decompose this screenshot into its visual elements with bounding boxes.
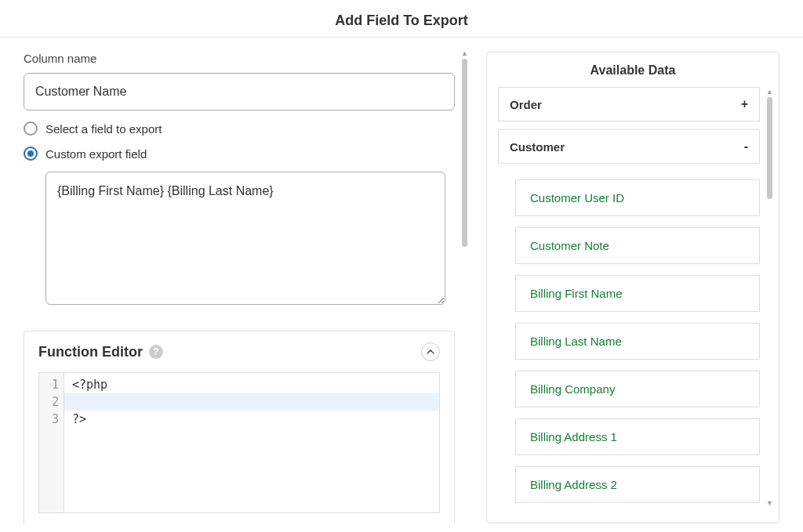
- radio-custom-label: Custom export field: [45, 147, 147, 161]
- field-billing-last-name[interactable]: Billing Last Name: [515, 323, 760, 360]
- radio-select-row[interactable]: Select a field to export: [24, 121, 455, 136]
- left-column: Column name Select a field to export Cus…: [24, 52, 463, 523]
- modal-body: Column name Select a field to export Cus…: [0, 38, 803, 523]
- field-customer-user-id[interactable]: Customer User ID: [515, 179, 760, 216]
- custom-field-textarea[interactable]: {Billing First Name} {Billing Last Name}: [45, 172, 445, 305]
- line-number: 1: [39, 376, 59, 393]
- radio-custom-row[interactable]: Custom export field: [24, 147, 455, 161]
- right-scrollbar[interactable]: ▲ ▼: [767, 89, 772, 507]
- help-icon[interactable]: ?: [149, 345, 163, 359]
- code-content[interactable]: <?php ?>: [64, 373, 439, 512]
- group-order[interactable]: Order +: [498, 87, 760, 121]
- code-gutter: 1 2 3: [39, 373, 64, 512]
- group-customer[interactable]: Customer -: [498, 129, 760, 164]
- group-customer-label: Customer: [510, 140, 565, 154]
- line-number: 2: [39, 393, 59, 411]
- field-billing-first-name[interactable]: Billing First Name: [515, 275, 760, 312]
- scroll-thumb[interactable]: [767, 97, 772, 199]
- expand-icon[interactable]: +: [741, 97, 748, 111]
- group-order-label: Order: [510, 98, 542, 111]
- available-data-scroll: Order + Customer - Customer User ID Cust…: [498, 87, 768, 514]
- line-number: 3: [39, 411, 59, 428]
- radio-select-label: Select a field to export: [45, 122, 162, 136]
- field-billing-address-2[interactable]: Billing Address 2: [515, 466, 760, 503]
- function-editor-header: Function Editor ?: [38, 342, 440, 361]
- scroll-up-icon[interactable]: ▲: [766, 89, 773, 96]
- code-line-active: [64, 393, 439, 411]
- code-line: ?>: [72, 411, 431, 428]
- scroll-thumb[interactable]: [462, 59, 467, 247]
- column-name-label: Column name: [24, 52, 455, 65]
- field-customer-note[interactable]: Customer Note: [515, 227, 760, 264]
- field-billing-address-1[interactable]: Billing Address 1: [515, 418, 760, 455]
- function-editor-title: Function Editor: [38, 344, 143, 360]
- scroll-down-icon[interactable]: ▼: [766, 500, 773, 507]
- scroll-track[interactable]: [767, 96, 772, 500]
- left-scrollbar[interactable]: ▲: [462, 50, 467, 522]
- code-editor[interactable]: 1 2 3 <?php ?>: [38, 372, 440, 513]
- chevron-up-icon: [427, 349, 434, 354]
- function-editor-title-wrap: Function Editor ?: [38, 344, 163, 360]
- available-data-title: Available Data: [498, 63, 768, 87]
- code-line: <?php: [72, 376, 431, 393]
- column-name-input[interactable]: [24, 73, 455, 110]
- customer-field-list: Customer User ID Customer Note Billing F…: [498, 172, 760, 503]
- collapse-button[interactable]: [421, 342, 440, 361]
- modal-title: Add Field To Export: [0, 0, 803, 38]
- scroll-up-icon[interactable]: ▲: [461, 50, 468, 57]
- available-data-panel: Available Data Order + Customer - Custom…: [486, 52, 779, 523]
- radio-custom-input[interactable]: [24, 147, 38, 161]
- scroll-track[interactable]: [462, 57, 467, 522]
- radio-select-input[interactable]: [24, 121, 38, 136]
- field-billing-company[interactable]: Billing Company: [515, 371, 760, 407]
- function-editor-panel: Function Editor ? 1 2 3 <?php: [24, 331, 455, 523]
- collapse-icon[interactable]: -: [744, 139, 748, 154]
